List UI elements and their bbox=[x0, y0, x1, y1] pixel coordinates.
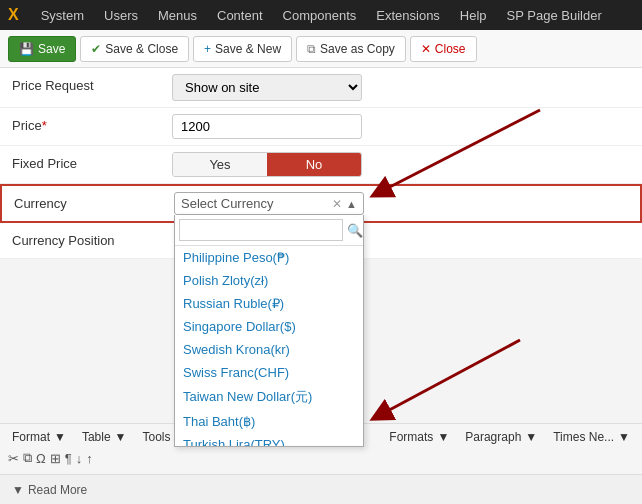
formats-chevron-icon: ▼ bbox=[437, 430, 449, 444]
editor-icon-row: ✂ ⧉ Ω ⊞ ¶ ↓ ↑ bbox=[8, 446, 634, 470]
currency-dropdown-container: Select Currency ✕ ▲ 🔍 Philippine Peso(₱)… bbox=[174, 192, 364, 215]
cut-icon[interactable]: ✂ bbox=[8, 451, 19, 466]
copy-icon: ⧉ bbox=[307, 42, 316, 56]
joomla-logo: X bbox=[8, 6, 19, 24]
x-icon: ✕ bbox=[421, 42, 431, 56]
font-label: Times Ne... bbox=[553, 430, 614, 444]
price-request-select[interactable]: Show on site bbox=[172, 74, 362, 101]
currency-label: Currency bbox=[14, 192, 174, 211]
dropdown-item-philippine-peso[interactable]: Philippine Peso(₱) bbox=[175, 246, 363, 269]
currency-dropdown-icons: ✕ ▲ bbox=[332, 197, 357, 211]
toggle-yes-button[interactable]: Yes bbox=[173, 153, 267, 176]
dropdown-item-singapore-dollar[interactable]: Singapore Dollar($) bbox=[175, 315, 363, 338]
menu-help[interactable]: Help bbox=[458, 4, 489, 27]
svg-line-1 bbox=[380, 340, 520, 415]
fixed-price-toggle: Yes No bbox=[172, 152, 362, 177]
dropdown-item-swedish-krona[interactable]: Swedish Krona(kr) bbox=[175, 338, 363, 361]
price-label: Price* bbox=[12, 114, 172, 133]
fixed-price-control: Yes No bbox=[172, 152, 630, 177]
table-chevron-icon: ▼ bbox=[115, 430, 127, 444]
formats-group[interactable]: Formats ▼ bbox=[385, 428, 453, 446]
currency-arrow-icon[interactable]: ▲ bbox=[346, 198, 357, 210]
price-required: * bbox=[42, 118, 47, 133]
formats-label: Formats bbox=[389, 430, 433, 444]
price-control: 1200 bbox=[172, 114, 630, 139]
search-icon: 🔍 bbox=[347, 223, 363, 238]
paragraph-group[interactable]: Paragraph ▼ bbox=[461, 428, 541, 446]
arrow-down-icon[interactable]: ↓ bbox=[76, 451, 83, 466]
price-request-label: Price Request bbox=[12, 74, 172, 93]
copy-label: Save as Copy bbox=[320, 42, 395, 56]
fixed-price-row: Fixed Price Yes No bbox=[0, 146, 642, 184]
save-button[interactable]: 💾 Save bbox=[8, 36, 76, 62]
dropdown-item-turkish-lira[interactable]: Turkish Lira(TRY) bbox=[175, 433, 363, 446]
save-copy-button[interactable]: ⧉ Save as Copy bbox=[296, 36, 406, 62]
dropdown-item-swiss-franc[interactable]: Swiss Franc(CHF) bbox=[175, 361, 363, 384]
plus-icon: + bbox=[204, 42, 211, 56]
dropdown-item-taiwan-dollar[interactable]: Taiwan New Dollar(元) bbox=[175, 384, 363, 410]
table2-icon[interactable]: ⊞ bbox=[50, 451, 61, 466]
currency-dropdown-header[interactable]: Select Currency ✕ ▲ bbox=[174, 192, 364, 215]
save-close-button[interactable]: ✔ Save & Close bbox=[80, 36, 189, 62]
menubar: X System Users Menus Content Components … bbox=[0, 0, 642, 30]
price-request-control: Show on site bbox=[172, 74, 630, 101]
price-row: Price* 1200 bbox=[0, 108, 642, 146]
toggle-no-button[interactable]: No bbox=[267, 153, 361, 176]
currency-search-input[interactable] bbox=[179, 219, 343, 241]
menu-users[interactable]: Users bbox=[102, 4, 140, 27]
check-icon: ✔ bbox=[91, 42, 101, 56]
menu-menus[interactable]: Menus bbox=[156, 4, 199, 27]
currency-row: Currency Select Currency ✕ ▲ 🔍 Philippin… bbox=[0, 184, 642, 223]
paragraph2-icon[interactable]: ¶ bbox=[65, 451, 72, 466]
fixed-price-label: Fixed Price bbox=[12, 152, 172, 171]
save-close-label: Save & Close bbox=[105, 42, 178, 56]
menu-extensions[interactable]: Extensions bbox=[374, 4, 442, 27]
currency-dropdown-list: Philippine Peso(₱) Polish Zloty(zł) Russ… bbox=[175, 246, 363, 446]
read-more-bar[interactable]: ▼ Read More bbox=[0, 474, 642, 504]
format-chevron-icon: ▼ bbox=[54, 430, 66, 444]
close-label: Close bbox=[435, 42, 466, 56]
dropdown-item-thai-baht[interactable]: Thai Baht(฿) bbox=[175, 410, 363, 433]
currency-clear-icon[interactable]: ✕ bbox=[332, 197, 342, 211]
dropdown-item-russian-ruble[interactable]: Russian Ruble(₽) bbox=[175, 292, 363, 315]
save-new-button[interactable]: + Save & New bbox=[193, 36, 292, 62]
currency-dropdown-placeholder: Select Currency bbox=[181, 196, 332, 211]
price-request-row: Price Request Show on site bbox=[0, 68, 642, 108]
paragraph-chevron-icon: ▼ bbox=[525, 430, 537, 444]
table-group[interactable]: Table ▼ bbox=[78, 428, 131, 446]
font-chevron-icon: ▼ bbox=[618, 430, 630, 444]
format-group[interactable]: Format ▼ bbox=[8, 428, 70, 446]
form-area: Price Request Show on site Price* 1200 F… bbox=[0, 68, 642, 259]
close-button[interactable]: ✕ Close bbox=[410, 36, 477, 62]
toolbar: 💾 Save ✔ Save & Close + Save & New ⧉ Sav… bbox=[0, 30, 642, 68]
price-input[interactable]: 1200 bbox=[172, 114, 362, 139]
read-more-label: Read More bbox=[28, 483, 87, 497]
tools-label: Tools bbox=[142, 430, 170, 444]
menu-content[interactable]: Content bbox=[215, 4, 265, 27]
currency-position-label: Currency Position bbox=[12, 229, 172, 248]
font-group[interactable]: Times Ne... ▼ bbox=[549, 428, 634, 446]
menu-system[interactable]: System bbox=[39, 4, 86, 27]
currency-search-box: 🔍 bbox=[175, 215, 363, 246]
upload-icon[interactable]: ↑ bbox=[86, 451, 93, 466]
menu-sp-page-builder[interactable]: SP Page Builder bbox=[505, 4, 604, 27]
table-label: Table bbox=[82, 430, 111, 444]
format-label: Format bbox=[12, 430, 50, 444]
dropdown-item-polish-zloty[interactable]: Polish Zloty(zł) bbox=[175, 269, 363, 292]
copy2-icon[interactable]: ⧉ bbox=[23, 450, 32, 466]
save-icon: 💾 bbox=[19, 42, 34, 56]
currency-dropdown-panel: 🔍 Philippine Peso(₱) Polish Zloty(zł) Ru… bbox=[174, 215, 364, 447]
paragraph-label: Paragraph bbox=[465, 430, 521, 444]
read-more-arrow-icon: ▼ bbox=[12, 483, 24, 497]
save-label: Save bbox=[38, 42, 65, 56]
menu-components[interactable]: Components bbox=[281, 4, 359, 27]
save-new-label: Save & New bbox=[215, 42, 281, 56]
special-char-icon[interactable]: Ω bbox=[36, 451, 46, 466]
